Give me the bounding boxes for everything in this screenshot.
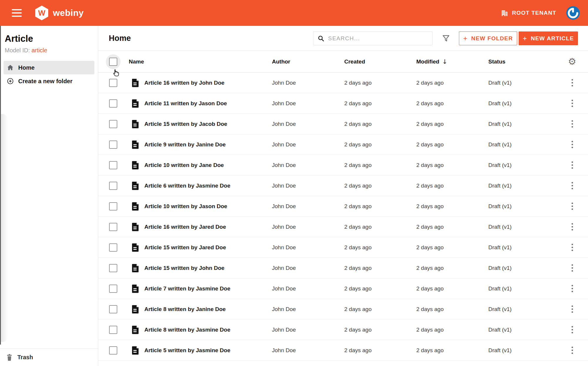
- table-body: Article 16 written by John Doe John Doe …: [98, 73, 588, 361]
- table-row[interactable]: Article 11 written by Jason Doe John Doe…: [98, 93, 588, 114]
- search-input[interactable]: [328, 35, 428, 42]
- table-row[interactable]: Article 8 written by Jasmine Doe John Do…: [98, 320, 588, 340]
- new-article-button[interactable]: + NEW ARTICLE: [519, 31, 578, 45]
- row-checkbox[interactable]: [109, 326, 117, 334]
- entry-title: Article 8 written by Jasmine Doe: [144, 327, 230, 333]
- row-options-menu-button[interactable]: [566, 98, 578, 109]
- document-icon: [131, 78, 140, 88]
- entry-created: 2 days ago: [344, 162, 416, 168]
- content-header: Home + NEW FOLDER: [98, 26, 588, 51]
- model-id-value: article: [31, 47, 47, 54]
- table-row[interactable]: Article 15 written by Jacob Doe John Doe…: [98, 114, 588, 134]
- entry-title: Article 15 written by Jared Doe: [144, 244, 226, 251]
- row-options-menu-button[interactable]: [566, 139, 578, 151]
- trash-icon: [6, 354, 13, 361]
- entry-author: John Doe: [271, 306, 344, 312]
- row-checkbox[interactable]: [109, 161, 117, 169]
- circle-plus-icon: [6, 77, 14, 85]
- search-icon: [318, 35, 325, 42]
- table-row[interactable]: Article 6 written by Jasmine Doe John Do…: [98, 176, 588, 196]
- table-row[interactable]: Article 8 written by Janine Doe John Doe…: [98, 299, 588, 320]
- row-options-menu-button[interactable]: [566, 180, 578, 192]
- column-header-author[interactable]: Author: [271, 59, 344, 65]
- row-options-menu-button[interactable]: [566, 159, 578, 171]
- row-checkbox[interactable]: [109, 99, 117, 108]
- new-folder-button[interactable]: + NEW FOLDER: [459, 31, 517, 45]
- document-icon: [131, 160, 140, 170]
- table-row[interactable]: Article 10 written by Jason Doe John Doe…: [98, 196, 588, 217]
- entry-created: 2 days ago: [344, 224, 416, 230]
- row-options-menu-button[interactable]: [566, 200, 578, 212]
- entry-status: Draft (v1): [488, 80, 556, 86]
- entry-title: Article 16 written by John Doe: [144, 80, 224, 86]
- table-row[interactable]: Article 10 written by Jane Doe John Doe …: [98, 155, 588, 176]
- row-checkbox[interactable]: [109, 79, 117, 87]
- row-options-menu-button[interactable]: [566, 262, 578, 274]
- table-settings-gear-icon[interactable]: ⚙: [568, 57, 576, 66]
- row-checkbox[interactable]: [109, 141, 117, 149]
- table-row[interactable]: Article 15 written by Jared Doe John Doe…: [98, 237, 588, 258]
- row-options-menu-button[interactable]: [566, 324, 578, 336]
- row-checkbox[interactable]: [109, 202, 117, 210]
- entry-created: 2 days ago: [344, 203, 416, 210]
- filter-button[interactable]: [439, 32, 453, 45]
- column-header-created[interactable]: Created: [344, 59, 416, 65]
- row-checkbox[interactable]: [109, 285, 117, 293]
- trash-label: Trash: [17, 354, 33, 361]
- document-icon: [131, 243, 140, 253]
- row-checkbox[interactable]: [109, 346, 117, 355]
- row-checkbox[interactable]: [109, 223, 117, 231]
- column-header-name[interactable]: Name: [128, 59, 271, 65]
- row-options-menu-button[interactable]: [566, 303, 578, 315]
- row-options-menu-button[interactable]: [566, 118, 578, 130]
- entry-author: John Doe: [271, 162, 344, 168]
- entry-title: Article 8 written by Janine Doe: [144, 306, 226, 312]
- row-checkbox[interactable]: [109, 120, 117, 128]
- entry-author: John Doe: [271, 141, 344, 148]
- trash-button[interactable]: Trash: [0, 348, 98, 366]
- entry-created: 2 days ago: [344, 306, 416, 312]
- app-bar: W webiny ROOT TENANT: [0, 0, 588, 26]
- table-row[interactable]: Article 9 written by Janine Doe John Doe…: [98, 134, 588, 155]
- sidebar-item-create-folder[interactable]: Create a new folder: [4, 74, 94, 88]
- entry-status: Draft (v1): [488, 285, 556, 292]
- row-options-menu-button[interactable]: [566, 345, 578, 356]
- entry-modified: 2 days ago: [416, 347, 488, 354]
- row-options-menu-button[interactable]: [566, 77, 578, 89]
- entry-status: Draft (v1): [488, 265, 556, 271]
- table-row[interactable]: Article 7 written by Jasmine Doe John Do…: [98, 278, 588, 299]
- sidebar: Article Model ID: article Home: [0, 26, 98, 366]
- user-avatar[interactable]: [566, 6, 580, 20]
- row-checkbox[interactable]: [109, 243, 117, 252]
- column-header-status[interactable]: Status: [488, 59, 556, 65]
- table-row[interactable]: Article 5 written by Jasmine Doe John Do…: [98, 340, 588, 361]
- entry-title: Article 16 written by Jared Doe: [144, 224, 226, 230]
- row-options-menu-button[interactable]: [566, 242, 578, 253]
- entry-created: 2 days ago: [344, 347, 416, 354]
- column-header-modified[interactable]: Modified ↓: [416, 58, 488, 65]
- entry-modified: 2 days ago: [416, 80, 488, 86]
- tenant-selector[interactable]: ROOT TENANT: [500, 9, 556, 17]
- sidebar-item-label: Home: [18, 64, 35, 71]
- webiny-logo[interactable]: W webiny: [34, 5, 84, 21]
- row-checkbox[interactable]: [109, 182, 117, 190]
- row-checkbox[interactable]: [109, 264, 117, 272]
- sidebar-item-home[interactable]: Home: [4, 61, 94, 74]
- table-row[interactable]: Article 16 written by John Doe John Doe …: [98, 73, 588, 93]
- entry-author: John Doe: [271, 244, 344, 251]
- hamburger-menu-icon[interactable]: [12, 9, 22, 17]
- document-icon: [131, 304, 140, 314]
- entry-status: Draft (v1): [488, 121, 556, 127]
- table-row[interactable]: Article 16 written by Jared Doe John Doe…: [98, 217, 588, 237]
- row-options-menu-button[interactable]: [566, 221, 578, 233]
- entry-status: Draft (v1): [488, 100, 556, 107]
- entry-status: Draft (v1): [488, 183, 556, 189]
- entry-created: 2 days ago: [344, 285, 416, 292]
- row-options-menu-button[interactable]: [566, 283, 578, 295]
- row-checkbox[interactable]: [109, 305, 117, 313]
- entry-modified: 2 days ago: [416, 265, 488, 271]
- webiny-hexagon-icon: W: [34, 5, 49, 21]
- select-all-checkbox[interactable]: [109, 58, 117, 66]
- table-row[interactable]: Article 15 written by John Doe John Doe …: [98, 258, 588, 278]
- plus-icon: +: [463, 35, 467, 42]
